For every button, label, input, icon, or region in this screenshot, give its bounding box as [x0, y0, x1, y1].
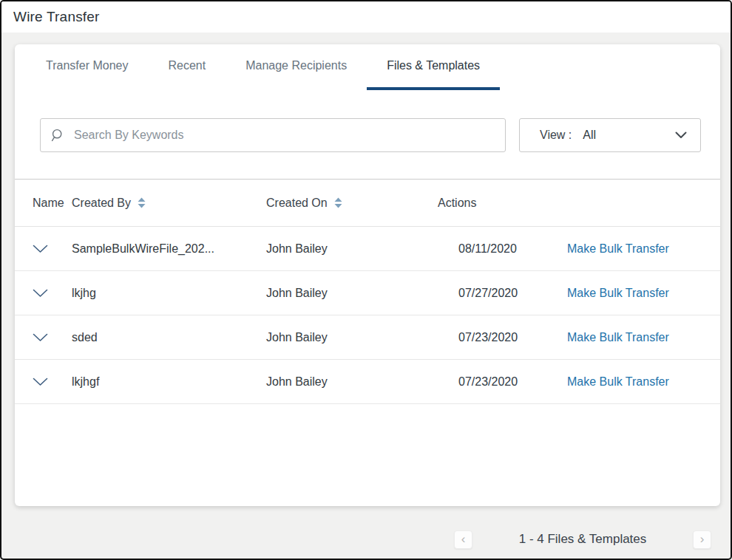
chevron-down-icon [33, 245, 48, 253]
file-name-cell: lkjhgf [72, 375, 266, 389]
file-name-cell: SampleBulkWireFile_202... [72, 242, 266, 256]
pagination-summary: 1 - 4 Files & Templates [519, 532, 647, 547]
tab-label: Transfer Money [46, 59, 128, 72]
column-header-label: Name [33, 197, 64, 210]
prev-page-button[interactable]: ‹ [454, 530, 472, 549]
chevron-down-icon [33, 378, 48, 386]
expand-row-button[interactable] [33, 238, 55, 260]
tab-files-templates[interactable]: Files & Templates [367, 44, 500, 90]
content-card: Transfer Money Recent Manage Recipients … [15, 44, 720, 506]
table-row: SampleBulkWireFile_202... John Bailey 08… [15, 227, 720, 271]
make-bulk-transfer-link[interactable]: Make Bulk Transfer [567, 331, 720, 344]
created-on-cell: 07/23/2020 [438, 375, 567, 389]
table-header-row: Name Created By Created On Actions [15, 179, 720, 227]
search-box[interactable] [40, 118, 506, 152]
column-header-label: Actions [438, 197, 476, 210]
view-selected-value: All [583, 129, 596, 142]
created-by-cell: John Bailey [266, 375, 438, 389]
search-icon [51, 129, 65, 143]
chevron-down-icon [33, 289, 48, 298]
tab-bar: Transfer Money Recent Manage Recipients … [15, 44, 720, 90]
chevron-down-icon [33, 333, 48, 342]
page-title: Wire Transfer [13, 9, 100, 25]
created-by-cell: John Bailey [266, 331, 438, 344]
sort-icon[interactable] [334, 197, 342, 208]
make-bulk-transfer-link[interactable]: Make Bulk Transfer [567, 242, 720, 256]
created-on-cell: 07/27/2020 [438, 287, 567, 300]
pagination: ‹ 1 - 4 Files & Templates › [454, 530, 711, 549]
expand-row-button[interactable] [33, 371, 55, 393]
table-row: sded John Bailey 07/23/2020 Make Bulk Tr… [15, 315, 720, 360]
created-on-cell: 08/11/2020 [438, 242, 567, 256]
next-page-button[interactable]: › [693, 530, 711, 549]
file-name-cell: lkjhg [72, 287, 266, 300]
column-header[interactable]: Created On [266, 197, 438, 210]
created-by-cell: John Bailey [266, 242, 438, 256]
page-header: Wire Transfer [1, 1, 731, 33]
make-bulk-transfer-link[interactable]: Make Bulk Transfer [567, 375, 720, 389]
filter-row: View : All [40, 118, 701, 152]
expand-row-button[interactable] [33, 327, 55, 349]
created-on-cell: 07/23/2020 [438, 331, 567, 344]
column-header-label: Created On [266, 197, 328, 210]
column-header-label: Created By [72, 197, 131, 210]
tab-label: Recent [168, 59, 206, 72]
make-bulk-transfer-link[interactable]: Make Bulk Transfer [567, 287, 720, 300]
column-header: Actions [438, 197, 567, 210]
expand-row-button[interactable] [33, 282, 55, 304]
table-row: lkjhgf John Bailey 07/23/2020 Make Bulk … [15, 360, 720, 404]
tab-transfer-money[interactable]: Transfer Money [26, 44, 148, 90]
sort-icon[interactable] [138, 197, 146, 208]
tab-label: Manage Recipients [245, 59, 347, 72]
table-row: lkjhg John Bailey 07/27/2020 Make Bulk T… [15, 271, 720, 315]
column-header[interactable]: Created By [72, 197, 266, 210]
file-name-cell: sded [72, 331, 266, 344]
chevron-down-icon [675, 132, 687, 139]
wire-transfer-page: { "page": { "title": "Wire Transfer" }, … [0, 0, 732, 560]
view-label: View : [540, 129, 572, 142]
search-input[interactable] [74, 129, 495, 142]
files-table: Name Created By Created On Actions Sampl… [15, 179, 720, 404]
tab-label: Files & Templates [387, 59, 480, 72]
view-dropdown[interactable]: View : All [519, 118, 701, 152]
column-header[interactable]: Name [33, 197, 72, 210]
table-body: SampleBulkWireFile_202... John Bailey 08… [15, 227, 720, 404]
tab-recent[interactable]: Recent [148, 44, 226, 90]
created-by-cell: John Bailey [266, 287, 438, 300]
tab-manage-recipients[interactable]: Manage Recipients [226, 44, 367, 90]
